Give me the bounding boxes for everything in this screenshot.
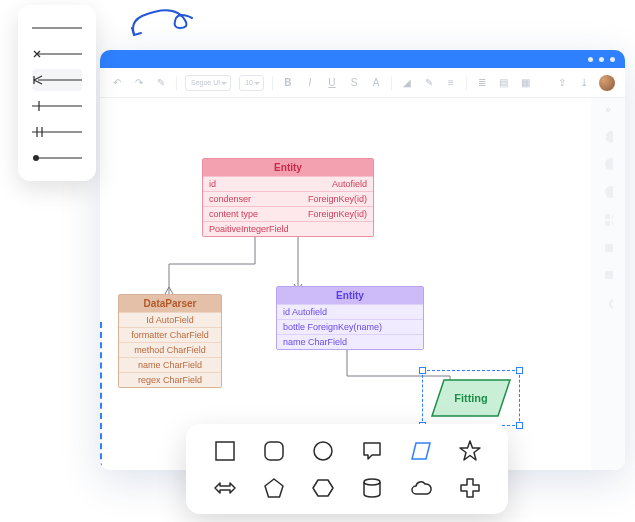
svg-rect-14 [605,221,610,226]
italic-icon[interactable]: I [303,76,317,90]
distribute-icon[interactable]: ▤ [497,76,511,90]
entity-brown[interactable]: DataParser Id AutoField formatter CharFi… [118,294,222,388]
shape-hexagon[interactable] [310,475,336,501]
text-color-icon[interactable]: A [369,76,383,90]
rail-text-icon[interactable] [603,185,613,199]
rail-shapes-icon[interactable] [603,129,613,143]
svg-rect-16 [605,244,613,252]
resize-handle[interactable] [516,422,523,429]
arrow-style-bar-arrow[interactable] [32,69,82,91]
line-color-icon[interactable]: ✎ [422,76,436,90]
svg-rect-18 [216,442,234,460]
font-size-select[interactable]: 10 [239,75,264,91]
shape-double-arrow[interactable] [212,475,238,501]
resize-handle[interactable] [419,367,426,374]
right-rail: » [591,98,625,470]
app-window: ↶ ↷ ✎ Segoe UI 10 B I U S A ◢ ✎ ≡ ≣ ▤ ▦ … [100,50,625,470]
underline-icon[interactable]: U [325,76,339,90]
svg-point-11 [605,186,613,198]
align-icon[interactable]: ≣ [475,76,489,90]
line-style-icon[interactable]: ≡ [444,76,458,90]
shape-pentagon[interactable] [261,475,287,501]
rail-styles-icon[interactable] [603,157,613,171]
entity-red[interactable]: Entity idAutofield condenserForeignKey(i… [202,158,374,237]
entity-title: DataParser [119,295,221,312]
svg-point-20 [314,442,332,460]
shape-cloud[interactable] [408,475,434,501]
rail-settings-icon[interactable] [603,297,613,311]
rail-grid-icon[interactable] [603,213,613,227]
shape-rounded[interactable] [261,438,287,464]
shape-star[interactable] [457,438,483,464]
fitting-shape[interactable]: Fitting [426,374,516,422]
arrow-style-palette [18,5,96,181]
arrange-icon[interactable]: ▦ [519,76,533,90]
fill-icon[interactable]: ◢ [400,76,414,90]
svg-point-10 [605,158,613,170]
paint-icon[interactable]: ✎ [154,76,168,90]
shape-circle[interactable] [310,438,336,464]
rail-collapse-icon[interactable]: » [605,104,611,115]
svg-point-21 [364,479,380,485]
window-min-icon[interactable] [588,57,593,62]
arrow-style-none[interactable] [32,17,82,39]
bold-icon[interactable]: B [281,76,295,90]
svg-rect-13 [612,214,613,219]
svg-rect-12 [605,214,610,219]
arrow-style-x[interactable] [32,43,82,65]
svg-rect-19 [265,442,283,460]
arrow-style-dot[interactable] [32,147,82,169]
arrow-style-cross[interactable] [32,95,82,117]
arrow-style-double-cross[interactable] [32,121,82,143]
fitting-label: Fitting [426,374,516,422]
share-icon[interactable]: ⇪ [555,76,569,90]
svg-rect-17 [605,271,613,279]
entity-purple[interactable]: Entity id Autofield bottle ForeignKey(na… [276,286,424,350]
window-close-icon[interactable] [610,57,615,62]
font-family-select[interactable]: Segoe UI [185,75,231,91]
avatar[interactable] [599,75,615,91]
window-titlebar [100,50,625,68]
shape-speech[interactable] [359,438,385,464]
annotation-arrow [126,4,206,44]
alignment-guide [100,322,102,470]
toolbar: ↶ ↷ ✎ Segoe UI 10 B I U S A ◢ ✎ ≡ ≣ ▤ ▦ … [100,68,625,98]
shape-square[interactable] [212,438,238,464]
canvas[interactable]: » Entity idA [100,98,625,470]
shape-tray [186,424,508,514]
shape-cylinder[interactable] [359,475,385,501]
undo-icon[interactable]: ↶ [110,76,124,90]
resize-handle[interactable] [516,367,523,374]
svg-rect-15 [612,221,613,226]
shape-cross[interactable] [457,475,483,501]
entity-title: Entity [277,287,423,304]
window-max-icon[interactable] [599,57,604,62]
entity-title: Entity [203,159,373,176]
redo-icon[interactable]: ↷ [132,76,146,90]
rail-layers-icon[interactable] [603,241,613,255]
rail-comments-icon[interactable] [603,269,613,283]
strike-icon[interactable]: S [347,76,361,90]
shape-parallelogram[interactable] [408,438,434,464]
export-icon[interactable]: ⤓ [577,76,591,90]
svg-point-9 [33,155,39,161]
